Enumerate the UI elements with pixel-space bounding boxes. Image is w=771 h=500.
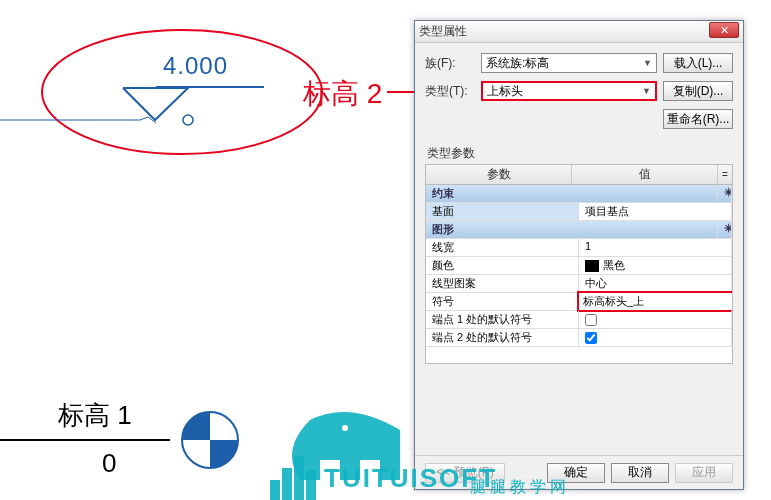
type-dropdown[interactable]: 上标头 ▼ <box>481 81 657 101</box>
section-constraints-label: 约束 <box>426 185 718 202</box>
col-value[interactable]: 值 <box>572 165 718 184</box>
row-lw-value[interactable]: 1 <box>579 239 732 256</box>
dialog-title: 类型属性 <box>419 23 467 40</box>
load-button[interactable]: 载入(L)... <box>663 53 733 73</box>
color-swatch-icon <box>585 260 599 272</box>
chevron-down-icon: ▼ <box>642 86 651 96</box>
svg-point-8 <box>342 425 348 431</box>
level2-elevation-value: 4.000 <box>163 52 228 80</box>
row-base-value[interactable]: 项目基点 <box>579 203 732 220</box>
type-label: 类型(T): <box>425 83 475 100</box>
section-constraints[interactable]: 约束 ✳ <box>426 185 732 203</box>
row-end1-value[interactable] <box>579 311 732 328</box>
cancel-button[interactable]: 取消 <box>611 463 669 483</box>
row-symbol-param: 符号 <box>426 293 579 310</box>
row-lineweight[interactable]: 线宽 1 <box>426 239 732 257</box>
row-color-value[interactable]: 黑色 <box>579 257 732 274</box>
watermark-subtitle: 腿腿教学网 <box>470 477 570 498</box>
col-menu-icon[interactable]: = <box>718 165 732 184</box>
chevron-down-icon: ▼ <box>643 58 652 68</box>
row-end2-value[interactable] <box>579 329 732 346</box>
row-base[interactable]: 基面 项目基点 <box>426 203 732 221</box>
svg-point-0 <box>42 30 322 154</box>
row-pattern-value[interactable]: 中心 <box>579 275 732 292</box>
dialog-titlebar[interactable]: 类型属性 ✕ <box>415 21 743 43</box>
watermark: TUITUISOFT <box>270 456 497 500</box>
grid-header: 参数 值 = <box>426 165 732 185</box>
row-base-param: 基面 <box>426 203 579 220</box>
row-lw-param: 线宽 <box>426 239 579 256</box>
end1-checkbox[interactable] <box>585 314 597 326</box>
family-label: 族(F): <box>425 55 475 72</box>
collapse-icon[interactable]: ✳ <box>718 221 732 238</box>
row-end1[interactable]: 端点 1 处的默认符号 <box>426 311 732 329</box>
parameters-grid: 参数 值 = 约束 ✳ 基面 项目基点 图形 ✳ 线宽 1 颜色 <box>425 164 733 364</box>
rename-button[interactable]: 重命名(R)... <box>663 109 733 129</box>
end2-checkbox[interactable] <box>585 332 597 344</box>
row-color-param: 颜色 <box>426 257 579 274</box>
type-parameters-label: 类型参数 <box>415 139 743 164</box>
level1-elevation-value: 0 <box>102 448 116 479</box>
family-dropdown[interactable]: 系统族:标高 ▼ <box>481 53 657 73</box>
row-color[interactable]: 颜色 黑色 <box>426 257 732 275</box>
svg-point-5 <box>183 115 193 125</box>
level1-label: 标高 1 <box>58 398 132 433</box>
row-symbol-value[interactable]: 标高标头_上 <box>577 291 732 312</box>
family-value: 系统族:标高 <box>486 55 549 72</box>
annotation-level2-label: 标高 2 <box>303 75 382 113</box>
row-pattern-param: 线型图案 <box>426 275 579 292</box>
section-graphics-label: 图形 <box>426 221 718 238</box>
col-parameter[interactable]: 参数 <box>426 165 572 184</box>
row-symbol[interactable]: 符号 标高标头_上 <box>426 293 732 311</box>
watermark-logo-icon <box>270 456 316 500</box>
close-button[interactable]: ✕ <box>709 22 739 38</box>
type-properties-dialog: 类型属性 ✕ 族(F): 系统族:标高 ▼ 载入(L)... 类型(T): 上标… <box>414 20 744 490</box>
row-end2-param: 端点 2 处的默认符号 <box>426 329 579 346</box>
row-end2[interactable]: 端点 2 处的默认符号 <box>426 329 732 347</box>
duplicate-button[interactable]: 复制(D)... <box>663 81 733 101</box>
apply-button[interactable]: 应用 <box>675 463 733 483</box>
row-color-text: 黑色 <box>603 258 625 273</box>
close-icon: ✕ <box>720 25 729 36</box>
grid-body[interactable]: 约束 ✳ 基面 项目基点 图形 ✳ 线宽 1 颜色 黑色 <box>426 185 732 365</box>
svg-line-2 <box>140 117 148 120</box>
row-end1-param: 端点 1 处的默认符号 <box>426 311 579 328</box>
collapse-icon[interactable]: ✳ <box>718 185 732 202</box>
section-graphics[interactable]: 图形 ✳ <box>426 221 732 239</box>
type-value: 上标头 <box>487 83 523 100</box>
